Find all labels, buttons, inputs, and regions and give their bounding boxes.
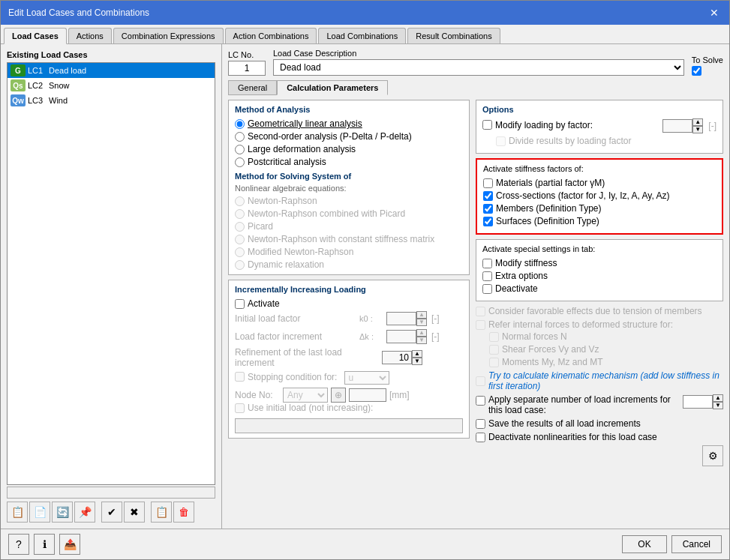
deactivate-label[interactable]: Deactivate bbox=[482, 283, 716, 294]
info-button[interactable]: ℹ bbox=[34, 534, 55, 555]
new-button[interactable]: 📋 bbox=[7, 502, 28, 523]
refinement-down[interactable]: ▼ bbox=[412, 358, 422, 365]
list-item[interactable]: Qw LC3 Wind bbox=[8, 93, 215, 108]
modify-stiffness-label[interactable]: Modify stiffness bbox=[482, 258, 716, 268]
node-select: Any bbox=[283, 388, 328, 403]
stiffness-surfaces-label[interactable]: Surfaces (Definition Type) bbox=[483, 216, 716, 226]
activate-checkbox[interactable] bbox=[235, 299, 245, 309]
apply-separate-up[interactable]: ▲ bbox=[713, 394, 723, 402]
subtab-calculation-parameters[interactable]: Calculation Parameters bbox=[277, 80, 388, 95]
pin-button[interactable]: 📌 bbox=[74, 502, 95, 523]
activate-checkbox-label[interactable]: Activate bbox=[235, 298, 463, 309]
close-button[interactable]: ✕ bbox=[707, 5, 722, 20]
initial-load-factor-label: Initial load factor bbox=[235, 313, 355, 324]
check-button[interactable]: ✔ bbox=[101, 502, 122, 523]
radio-newton-raphson: Newton-Raphson bbox=[235, 196, 463, 206]
list-item[interactable]: G LC1 Dead load bbox=[8, 63, 215, 78]
tab-action-combinations[interactable]: Action Combinations bbox=[225, 28, 317, 43]
stiffness-members-checkbox[interactable] bbox=[483, 204, 493, 214]
subtab-general[interactable]: General bbox=[228, 80, 277, 95]
radio-postcritical[interactable]: Postcritical analysis bbox=[235, 157, 463, 167]
lc-no-section: LC No. bbox=[228, 50, 266, 76]
stopping-checkbox bbox=[235, 372, 245, 382]
main-window: Edit Load Cases and Combinations ✕ Load … bbox=[0, 0, 730, 560]
modify-loading-up[interactable]: ▲ bbox=[692, 118, 703, 126]
load-factor-increment-label: Load factor increment bbox=[235, 331, 355, 342]
tab-actions[interactable]: Actions bbox=[68, 28, 112, 43]
export-button[interactable]: 📤 bbox=[59, 534, 80, 555]
title-bar-buttons: ✕ bbox=[707, 5, 722, 20]
deactivate-nonlinearities-checkbox[interactable] bbox=[476, 433, 485, 442]
cancel-button[interactable]: Cancel bbox=[671, 535, 722, 553]
deactivate-checkbox[interactable] bbox=[482, 284, 492, 294]
duplicate-button[interactable]: 📄 bbox=[29, 502, 50, 523]
node-row: Node No: Any ⊕ [mm] bbox=[235, 388, 463, 403]
refinement-input[interactable] bbox=[382, 351, 412, 364]
ok-button[interactable]: OK bbox=[622, 535, 666, 553]
modify-loading-input[interactable] bbox=[662, 119, 692, 133]
modify-stiffness-checkbox[interactable] bbox=[482, 259, 492, 268]
refresh-button[interactable]: 🔄 bbox=[52, 502, 73, 523]
deactivate-nonlinearities-label[interactable]: Deactivate nonlinearities for this load … bbox=[476, 432, 723, 442]
apply-separate-checkbox[interactable] bbox=[476, 396, 485, 406]
extra-options-checkbox[interactable] bbox=[482, 271, 492, 281]
tab-result-combinations[interactable]: Result Combinations bbox=[407, 28, 500, 43]
refinement-up[interactable]: ▲ bbox=[412, 350, 422, 358]
horizontal-scrollbar[interactable] bbox=[7, 487, 215, 499]
lc-no-input[interactable] bbox=[228, 61, 266, 76]
options-section: Options Modify loading by factor: ▲ ▼ bbox=[476, 100, 723, 154]
save-results-label[interactable]: Save the results of all load increments bbox=[476, 418, 723, 429]
radio-large-deformation[interactable]: Large deformation analysis bbox=[235, 144, 463, 154]
stiffness-materials-checkbox[interactable] bbox=[483, 178, 493, 188]
to-solve-checkbox[interactable] bbox=[692, 66, 701, 76]
settings-icon-button[interactable]: ⚙ bbox=[702, 445, 723, 466]
analysis-radio-group: Geometrically linear analysis Second-ord… bbox=[235, 118, 463, 167]
apply-separate-down[interactable]: ▼ bbox=[713, 402, 723, 409]
modify-loading-unit: [-] bbox=[708, 121, 716, 131]
lc-badge: G bbox=[11, 64, 26, 76]
delete-button[interactable]: ✖ bbox=[124, 502, 145, 523]
divide-results-checkbox bbox=[496, 136, 506, 146]
k0-input bbox=[386, 312, 416, 325]
use-initial-text-input bbox=[235, 418, 463, 433]
list-item[interactable]: Qs LC2 Snow bbox=[8, 78, 215, 93]
remove-button[interactable]: 🗑 bbox=[173, 502, 194, 523]
window-title: Edit Load Cases and Combinations bbox=[8, 7, 149, 18]
stiffness-materials-label[interactable]: Materials (partial factor γM) bbox=[483, 178, 716, 188]
lc-code: LC1 bbox=[28, 66, 49, 75]
tab-load-cases[interactable]: Load Cases bbox=[4, 28, 67, 44]
lc-desc-select[interactable]: Dead load bbox=[273, 59, 684, 76]
stiffness-cross-sections-label[interactable]: Cross-sections (factor for J, Iy, Iz, A,… bbox=[483, 190, 716, 201]
apply-separate-row: Apply separate number of load increments… bbox=[476, 394, 723, 415]
node-value-input bbox=[349, 388, 386, 402]
stiffness-members-label[interactable]: Members (Definition Type) bbox=[483, 203, 716, 214]
left-form-column: Method of Analysis Geometrically linear … bbox=[228, 100, 470, 466]
initial-load-factor-row: Initial load factor k0 : ▲ ▼ [-] bbox=[235, 311, 463, 326]
solving-radio-group: Newton-Raphson Newton-Raphson combined w… bbox=[235, 196, 463, 270]
sub-tab-bar: General Calculation Parameters bbox=[228, 80, 723, 95]
modify-loading-checkbox-label[interactable]: Modify loading by factor: bbox=[482, 120, 593, 130]
apply-separate-input[interactable] bbox=[683, 395, 713, 409]
incrementally-increasing-section: Incrementally Increasing Loading Activat… bbox=[228, 280, 470, 439]
modify-loading-checkbox[interactable] bbox=[482, 120, 492, 130]
help-button[interactable]: ? bbox=[8, 534, 29, 555]
tab-load-combinations[interactable]: Load Combinations bbox=[318, 28, 406, 43]
use-initial-checkbox bbox=[235, 403, 245, 413]
stiffness-surfaces-checkbox[interactable] bbox=[483, 217, 493, 226]
save-results-checkbox[interactable] bbox=[476, 419, 485, 429]
copy-button[interactable]: 📋 bbox=[151, 502, 172, 523]
stopping-select: u bbox=[344, 371, 389, 385]
lc-description: Snow bbox=[49, 81, 70, 90]
options-title: Options bbox=[482, 105, 716, 114]
tab-combination-expressions[interactable]: Combination Expressions bbox=[113, 28, 224, 43]
extra-options-label[interactable]: Extra options bbox=[482, 271, 716, 281]
stiffness-cross-sections-checkbox[interactable] bbox=[483, 191, 493, 201]
use-initial-row: Use initial load (not increasing): bbox=[235, 403, 463, 415]
moments-label: Moments My, Mz and MT bbox=[489, 357, 723, 367]
delta-k-unit: [-] bbox=[431, 331, 440, 342]
bottom-right-buttons: OK Cancel bbox=[622, 535, 722, 553]
radio-second-order[interactable]: Second-order analysis (P-Delta / P-delta… bbox=[235, 131, 463, 142]
modify-loading-down[interactable]: ▼ bbox=[692, 126, 703, 133]
apply-separate-spin: ▲ ▼ bbox=[683, 394, 723, 409]
radio-geometrically-linear[interactable]: Geometrically linear analysis bbox=[235, 118, 463, 129]
